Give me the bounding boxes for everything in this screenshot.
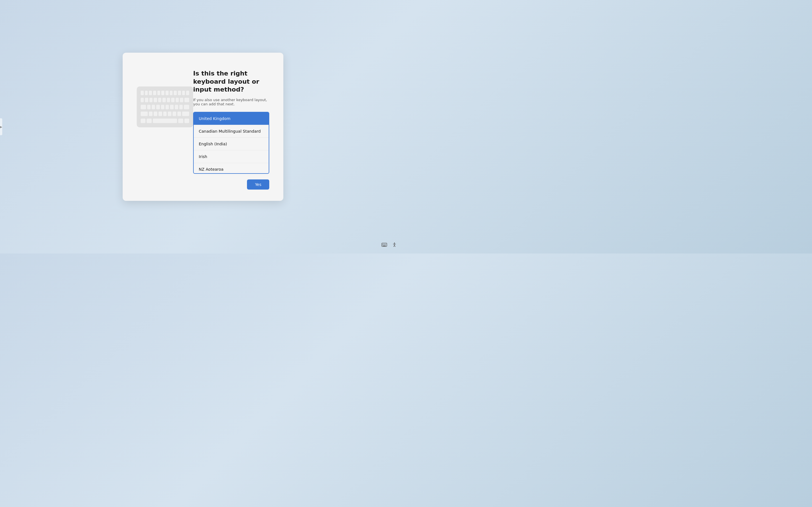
key — [154, 112, 157, 116]
key-row-1 — [141, 91, 189, 96]
key — [163, 112, 167, 116]
key — [141, 119, 146, 123]
key — [167, 98, 170, 102]
key — [154, 98, 157, 102]
keyboard-layout-list[interactable]: United KingdomCanadian Multilingual Stan… — [193, 112, 269, 174]
svg-rect-5 — [382, 245, 383, 245]
keyboard-layout-item-irish[interactable]: Irish — [194, 151, 269, 163]
taskbar-icons — [381, 242, 398, 248]
key — [177, 112, 181, 116]
svg-rect-4 — [386, 244, 386, 244]
accessibility-taskbar-icon[interactable] — [391, 242, 398, 248]
svg-rect-2 — [384, 244, 384, 244]
key — [182, 112, 189, 116]
dialog-inner: Is this the right keyboard layout or inp… — [137, 69, 269, 189]
key-row-2 — [141, 98, 189, 103]
key — [175, 105, 178, 109]
key — [161, 91, 164, 95]
key — [141, 91, 144, 95]
key — [165, 91, 168, 95]
keyboard-illustration — [137, 87, 193, 127]
svg-rect-1 — [382, 244, 383, 244]
dialog-card: Is this the right keyboard layout or inp… — [123, 53, 283, 201]
key — [152, 105, 155, 109]
key — [161, 105, 164, 109]
key — [156, 105, 160, 109]
key — [149, 98, 153, 102]
svg-rect-9 — [383, 246, 386, 246]
key — [170, 105, 173, 109]
key — [149, 91, 152, 95]
key — [158, 112, 162, 116]
keyboard-layout-list-scrollable[interactable]: United KingdomCanadian Multilingual Stan… — [194, 112, 269, 174]
right-content: Is this the right keyboard layout or inp… — [193, 69, 269, 189]
key — [186, 91, 189, 95]
keyboard-layout-item-nz-aotearoa[interactable]: NZ Aotearoa — [194, 163, 269, 174]
key-row-3 — [141, 104, 189, 110]
key — [171, 98, 174, 102]
svg-rect-7 — [384, 245, 385, 245]
key — [168, 112, 171, 116]
key — [149, 112, 153, 116]
key — [184, 105, 189, 109]
key — [178, 91, 181, 95]
key — [165, 105, 169, 109]
key — [185, 119, 189, 123]
bottom-actions: Yes — [193, 179, 269, 189]
keyboard-layout-item-canadian-multilingual[interactable]: Canadian Multilingual Standard — [194, 125, 269, 138]
dialog-title: Is this the right keyboard layout or inp… — [193, 69, 269, 94]
yes-button[interactable]: Yes — [247, 179, 269, 189]
svg-point-10 — [394, 242, 395, 243]
key-row-4 — [141, 111, 189, 117]
key — [147, 105, 151, 109]
keyboard-layout-item-english-india[interactable]: English (India) — [194, 138, 269, 151]
key — [157, 91, 160, 95]
keyboard-illustration-area — [137, 87, 193, 127]
key — [141, 112, 148, 116]
key — [141, 105, 146, 109]
side-accent-panel[interactable]: ▶ — [0, 118, 2, 135]
key-row-5 — [141, 118, 189, 124]
key — [179, 105, 183, 109]
key — [145, 98, 148, 102]
svg-rect-3 — [384, 244, 385, 244]
key — [162, 98, 165, 102]
key — [178, 119, 183, 123]
space-key — [153, 119, 177, 123]
svg-rect-6 — [384, 245, 384, 245]
keyboard-layout-item-united-kingdom[interactable]: United Kingdom — [194, 112, 269, 125]
key — [180, 98, 183, 102]
key — [158, 98, 161, 102]
key — [182, 91, 185, 95]
key — [172, 112, 176, 116]
side-accent-arrow: ▶ — [0, 125, 2, 128]
key — [145, 91, 148, 95]
key — [141, 98, 144, 102]
key — [153, 91, 156, 95]
key — [147, 119, 151, 123]
keyboard-taskbar-icon[interactable] — [381, 242, 388, 248]
key — [170, 91, 173, 95]
dialog-subtitle: If you also use another keyboard layout,… — [193, 98, 269, 106]
key — [175, 98, 179, 102]
key — [174, 91, 177, 95]
key — [185, 98, 189, 102]
svg-rect-8 — [386, 245, 386, 245]
svg-line-13 — [394, 245, 395, 247]
svg-line-14 — [395, 245, 395, 247]
